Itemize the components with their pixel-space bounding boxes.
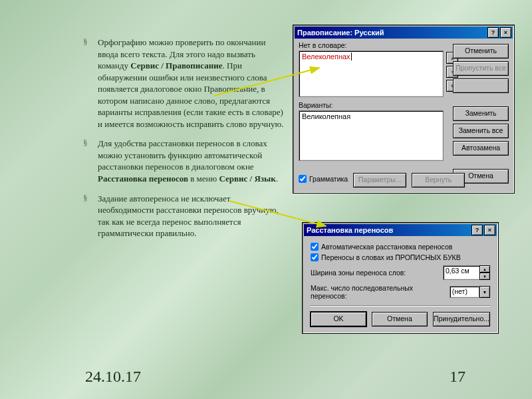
- spelling-dialog: Правописание: Русский ? × Нет в словаре:…: [293, 25, 515, 194]
- max-hyphens-label: Макс. число последовательных переносов:: [311, 284, 450, 300]
- variants-list[interactable]: Великолепная: [299, 110, 444, 161]
- hyphenation-dialog: Расстановка переносов ? × Автоматическая…: [302, 222, 499, 334]
- revert-button[interactable]: Вернуть: [412, 173, 465, 188]
- skip-all-button[interactable]: Пропустить все: [453, 61, 509, 76]
- bullet-mark: §: [83, 193, 98, 239]
- dialog-title: Расстановка переносов: [307, 226, 470, 234]
- hyphen-zone-spinner[interactable]: 0,63 см ▲ ▼: [443, 265, 490, 280]
- replace-button[interactable]: Заменить: [453, 106, 509, 121]
- hyphen-zone-label: Ширина зоны переноса слов:: [311, 269, 406, 277]
- not-in-dict-input[interactable]: Велеколепнах: [299, 51, 444, 97]
- titlebar[interactable]: Правописание: Русский ? ×: [295, 27, 513, 39]
- variants-label: Варианты:: [299, 101, 444, 109]
- add-button: [453, 78, 509, 93]
- footer-page-number: 17: [450, 368, 466, 386]
- grammar-checkbox-input[interactable]: [299, 175, 307, 183]
- auto-hyphen-input[interactable]: [311, 243, 319, 251]
- bullet-2: § Для удобства расстановки переносов в с…: [83, 138, 286, 184]
- ok-button[interactable]: OK: [311, 312, 366, 327]
- caps-hyphen-input[interactable]: [311, 253, 319, 261]
- max-hyphens-dropdown[interactable]: (нет) ▼: [450, 286, 490, 298]
- bullet-1: § Орфографию можно проверить по окончани…: [83, 37, 286, 130]
- cancel-button[interactable]: Отмена: [372, 312, 428, 327]
- help-icon[interactable]: ?: [487, 27, 499, 38]
- grammar-checkbox[interactable]: Грамматика: [299, 175, 348, 183]
- autocorrect-button[interactable]: Автозамена: [453, 141, 509, 156]
- spin-down-icon[interactable]: ▼: [479, 273, 490, 280]
- titlebar[interactable]: Расстановка переносов ? ×: [304, 224, 497, 236]
- manual-button[interactable]: Принудительно...: [433, 312, 490, 327]
- close-icon[interactable]: ×: [500, 27, 511, 38]
- undo-edit-button[interactable]: Отменить правку: [453, 44, 509, 59]
- help-icon[interactable]: ?: [471, 225, 483, 235]
- auto-hyphen-checkbox[interactable]: Автоматическая расстановка переносов: [311, 243, 490, 251]
- replace-all-button[interactable]: Заменить все: [453, 124, 509, 138]
- bullet-mark: §: [83, 138, 98, 184]
- chevron-down-icon[interactable]: ▼: [479, 286, 490, 298]
- not-in-dict-label: Нет в словаре:: [299, 41, 444, 49]
- dialog-title: Правописание: Русский: [297, 29, 486, 37]
- hyphen-zone-input[interactable]: 0,63 см: [443, 265, 480, 280]
- slide-body-text: § Орфографию можно проверить по окончани…: [83, 37, 286, 247]
- bullet-3: § Задание автопереноса не исключает необ…: [83, 193, 286, 239]
- bullet-mark: §: [83, 37, 98, 130]
- params-button[interactable]: Параметры...: [353, 173, 406, 188]
- close-icon[interactable]: ×: [484, 225, 495, 235]
- caps-hyphen-checkbox[interactable]: Переносы в словах из ПРОПИСНЫХ БУКВ: [311, 253, 490, 261]
- max-hyphens-value[interactable]: (нет): [450, 286, 479, 298]
- footer-date: 24.10.17: [85, 368, 141, 386]
- spin-up-icon[interactable]: ▲: [479, 265, 490, 273]
